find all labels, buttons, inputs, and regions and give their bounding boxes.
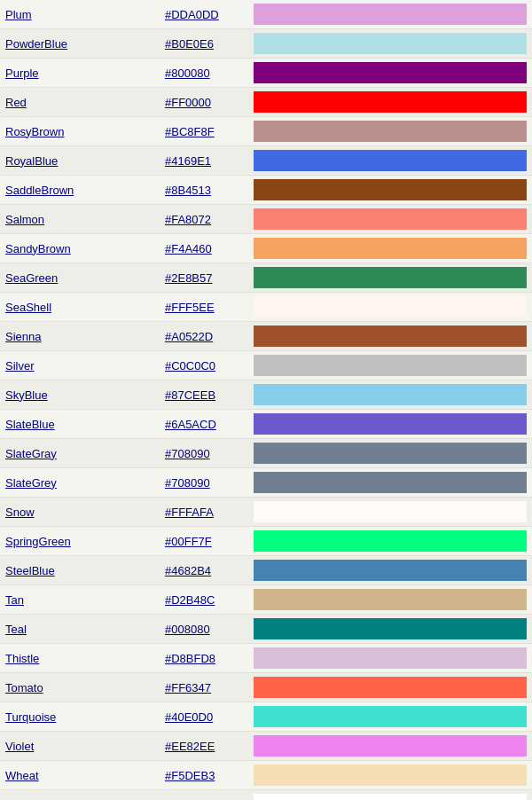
color-swatch (254, 62, 527, 83)
table-row: White#FFFFFF (0, 790, 532, 801)
color-hex[interactable]: #D8BFD8 (160, 644, 248, 673)
color-hex[interactable]: #A0522D (160, 322, 248, 351)
color-name[interactable]: Silver (0, 351, 160, 380)
color-hex[interactable]: #FA8072 (160, 205, 248, 234)
color-hex[interactable]: #FFFFFF (160, 790, 248, 801)
color-name[interactable]: Red (0, 88, 160, 117)
table-row: SandyBrown#F4A460 (0, 234, 532, 263)
color-hex[interactable]: #6A5ACD (160, 410, 248, 439)
color-swatch (254, 355, 527, 376)
color-name[interactable]: Wheat (0, 761, 160, 790)
color-swatch-cell (248, 498, 532, 527)
color-swatch-cell (248, 761, 532, 790)
color-swatch (254, 472, 527, 493)
color-name[interactable]: SaddleBrown (0, 176, 160, 205)
color-hex[interactable]: #87CEEB (160, 380, 248, 410)
color-name[interactable]: SandyBrown (0, 234, 160, 263)
color-swatch-cell (248, 234, 532, 263)
color-swatch-cell (248, 673, 532, 702)
color-hex[interactable]: #708090 (160, 468, 248, 498)
color-name[interactable]: Thistle (0, 644, 160, 673)
color-swatch (254, 121, 527, 142)
color-name[interactable]: SteelBlue (0, 556, 160, 585)
color-swatch-cell (248, 88, 532, 117)
color-hex[interactable]: #FFF5EE (160, 293, 248, 322)
color-hex[interactable]: #B0E0E6 (160, 29, 248, 59)
color-swatch (254, 589, 527, 610)
color-name[interactable]: Tan (0, 585, 160, 615)
color-name[interactable]: SlateGray (0, 439, 160, 468)
color-swatch-cell (248, 615, 532, 644)
table-row: SkyBlue#87CEEB (0, 380, 532, 410)
color-hex[interactable]: #F5DEB3 (160, 761, 248, 790)
color-name[interactable]: SlateGrey (0, 468, 160, 498)
table-row: RosyBrown#BC8F8F (0, 117, 532, 146)
color-name[interactable]: RoyalBlue (0, 146, 160, 176)
color-swatch (254, 150, 527, 171)
color-name[interactable]: RosyBrown (0, 117, 160, 146)
color-hex[interactable]: #D2B48C (160, 585, 248, 615)
color-swatch-cell (248, 263, 532, 293)
color-hex[interactable]: #C0C0C0 (160, 351, 248, 380)
color-name[interactable]: Teal (0, 615, 160, 644)
color-name[interactable]: Snow (0, 498, 160, 527)
color-hex[interactable]: #DDA0DD (160, 0, 248, 29)
color-swatch (254, 560, 527, 581)
color-swatch-cell (248, 205, 532, 234)
color-hex[interactable]: #FF6347 (160, 673, 248, 702)
color-hex[interactable]: #2E8B57 (160, 263, 248, 293)
color-name[interactable]: SkyBlue (0, 380, 160, 410)
color-hex[interactable]: #4169E1 (160, 146, 248, 176)
color-swatch-cell (248, 439, 532, 468)
color-swatch-cell (248, 351, 532, 380)
color-name[interactable]: White (0, 790, 160, 801)
color-name[interactable]: Purple (0, 59, 160, 88)
color-hex[interactable]: #00FF7F (160, 527, 248, 556)
table-row: SeaGreen#2E8B57 (0, 263, 532, 293)
color-swatch-cell (248, 527, 532, 556)
color-hex[interactable]: #40E0D0 (160, 702, 248, 732)
table-row: SteelBlue#4682B4 (0, 556, 532, 585)
color-name[interactable]: PowderBlue (0, 29, 160, 59)
color-name[interactable]: SeaShell (0, 293, 160, 322)
color-swatch (254, 4, 527, 25)
table-row: Turquoise#40E0D0 (0, 702, 532, 732)
color-name[interactable]: SlateBlue (0, 410, 160, 439)
color-hex[interactable]: #708090 (160, 439, 248, 468)
color-hex[interactable]: #BC8F8F (160, 117, 248, 146)
color-table: Plum#DDA0DDPowderBlue#B0E0E6Purple#80008… (0, 0, 532, 800)
table-row: Thistle#D8BFD8 (0, 644, 532, 673)
table-row: SaddleBrown#8B4513 (0, 176, 532, 205)
color-hex[interactable]: #800080 (160, 59, 248, 88)
color-name[interactable]: Tomato (0, 673, 160, 702)
table-row: Silver#C0C0C0 (0, 351, 532, 380)
color-swatch-cell (248, 380, 532, 410)
table-row: Wheat#F5DEB3 (0, 761, 532, 790)
color-swatch (254, 91, 527, 113)
color-swatch (254, 706, 527, 727)
color-hex[interactable]: #FF0000 (160, 88, 248, 117)
color-name[interactable]: Turquoise (0, 702, 160, 732)
color-swatch (254, 530, 527, 552)
color-name[interactable]: SeaGreen (0, 263, 160, 293)
color-swatch (254, 647, 527, 669)
color-swatch (254, 765, 527, 786)
color-hex[interactable]: #F4A460 (160, 234, 248, 263)
color-name[interactable]: Salmon (0, 205, 160, 234)
table-row: SlateGrey#708090 (0, 468, 532, 498)
color-hex[interactable]: #FFFAFA (160, 498, 248, 527)
table-row: Salmon#FA8072 (0, 205, 532, 234)
color-name[interactable]: Plum (0, 0, 160, 29)
color-hex[interactable]: #8B4513 (160, 176, 248, 205)
color-hex[interactable]: #EE82EE (160, 732, 248, 761)
color-hex[interactable]: #4682B4 (160, 556, 248, 585)
table-row: Plum#DDA0DD (0, 0, 532, 29)
table-row: PowderBlue#B0E0E6 (0, 29, 532, 59)
table-row: Purple#800080 (0, 59, 532, 88)
color-hex[interactable]: #008080 (160, 615, 248, 644)
color-swatch-cell (248, 790, 532, 801)
color-name[interactable]: Violet (0, 732, 160, 761)
table-row: Tomato#FF6347 (0, 673, 532, 702)
color-name[interactable]: SpringGreen (0, 527, 160, 556)
color-name[interactable]: Sienna (0, 322, 160, 351)
